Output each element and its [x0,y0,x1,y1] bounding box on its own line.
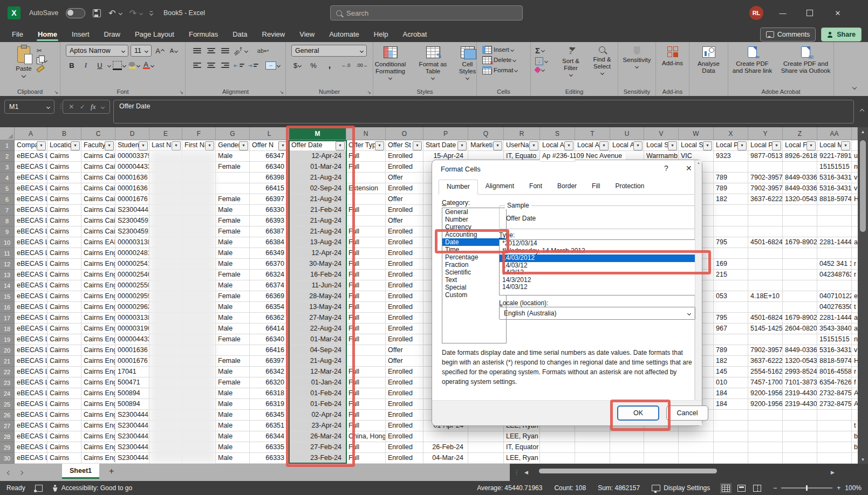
cell-C3[interactable]: Cairns Cai [81,162,115,173]
cell-Y11[interactable] [748,248,783,259]
cell-O11[interactable]: Enrolled [386,248,423,259]
cell-L8[interactable]: 66393 [250,216,289,226]
cell-U30[interactable] [610,453,644,464]
cell-Z3[interactable] [783,162,817,173]
tab-insert[interactable]: Insert [72,26,90,42]
horizontal-scrollbar[interactable] [532,464,826,481]
category-item-scientific[interactable]: Scientific [442,269,506,276]
cell-C19[interactable]: Cairns Eng [81,334,115,345]
header-cell-W[interactable]: Local S▼ [679,140,714,151]
font-color-button[interactable]: A [142,59,154,71]
category-item-fraction[interactable]: Fraction [442,261,506,269]
alignment-dialog-launcher[interactable]: ↘ [279,90,284,95]
cell-N23[interactable]: Full [346,377,386,388]
cell-B12[interactable]: Cairns [47,259,81,270]
cell-L2[interactable]: 66347 [250,151,289,162]
cell-AA11[interactable] [817,248,852,259]
zoom-slider[interactable] [781,487,832,489]
cell-A24[interactable]: eBECAS La [15,388,47,399]
cell-AA29[interactable] [817,442,852,453]
cell-L4[interactable]: 66398 [250,173,289,183]
accounting-format-button[interactable]: $ [291,59,303,71]
cell-A8[interactable]: eBECAS La [15,216,47,226]
cell-L21[interactable]: 66397 [250,356,289,367]
cell-L7[interactable]: 66330 [250,205,289,216]
column-header-X[interactable]: X [714,127,748,140]
cell-M25[interactable]: 01-Feb-24 [289,399,346,410]
cell-V30[interactable] [644,453,679,464]
cell-D27[interactable]: S23004441 [115,421,149,431]
save-button[interactable] [93,9,101,17]
cell-Y12[interactable] [748,259,783,270]
cell-D24[interactable]: 500894 [115,388,149,399]
cell-M8[interactable]: 21-Aug-24 [289,216,346,226]
column-header-A[interactable]: A [15,127,47,140]
cell-C4[interactable]: Cairns Cai [81,173,115,183]
category-item-custom[interactable]: Custom [442,291,506,299]
cell-Z8[interactable] [783,216,817,226]
column-header-U[interactable]: U [610,127,644,140]
cell-L12[interactable]: 66370 [250,259,289,270]
cell-Y16[interactable] [748,302,783,313]
cell-L18[interactable]: 66414 [250,324,289,334]
scroll-left-icon[interactable]: ◀ [524,470,528,475]
cell-N20[interactable] [346,345,386,356]
cell-Q30[interactable] [468,453,504,464]
cell-G8[interactable]: Female [216,216,250,226]
cell-N24[interactable]: Full [346,388,386,399]
cell-N10[interactable]: Full [346,237,386,248]
cell-B29[interactable]: Cairns [47,442,81,453]
add-sheet-button[interactable]: + [109,466,114,476]
cell-B20[interactable]: Cairns [47,345,81,356]
cell-N15[interactable]: Full [346,291,386,302]
cell-M19[interactable]: 01-Mar-24 [289,334,346,345]
cell-C7[interactable]: Cairns Cai [81,205,115,216]
cell-A20[interactable]: eBECAS La [15,345,47,356]
cell-S29[interactable] [540,442,575,453]
quick-access-toolbar-button[interactable] [150,11,153,15]
cell-AA7[interactable] [817,205,852,216]
cell-B23[interactable]: Cairns [47,377,81,388]
cell-P29[interactable]: 26-Feb-24 [423,442,468,453]
header-cell-M[interactable]: Offer Date▼ [289,140,346,151]
header-cell-T[interactable]: Local A▼ [575,140,610,151]
grow-font-button[interactable]: A [154,45,166,57]
column-header-F[interactable]: F [182,127,216,140]
column-header-AA[interactable]: AA [817,127,852,140]
cell-C17[interactable]: Cairns Eng [81,313,115,324]
cell-R30[interactable]: LEE, Ryan [504,453,540,464]
cell-Y26[interactable] [748,410,783,421]
cell-L3[interactable]: 66340 [250,162,289,173]
tab-automate[interactable]: Automate [329,26,359,42]
cell-G17[interactable]: Male [216,313,250,324]
cell-L6[interactable]: 66397 [250,194,289,205]
cell-D11[interactable]: 000002481 [115,248,149,259]
cell-O26[interactable]: Enrolled [386,410,423,421]
zoom-out-button[interactable]: − [773,484,777,492]
cell-U29[interactable] [610,442,644,453]
cell-T29[interactable] [575,442,610,453]
dialog-tab-number[interactable]: Number [439,180,478,195]
cell-C14[interactable]: Cairns Eng [81,280,115,291]
cell-M6[interactable]: 21-Aug-24 [289,194,346,205]
cell-N26[interactable]: Full [346,410,386,421]
type-item-3[interactable]: 14/03/12 [500,262,696,270]
cell-P28[interactable] [423,431,468,442]
cell-B6[interactable]: Cairns [47,194,81,205]
filter-button[interactable]: ▼ [105,141,114,150]
cell-D16[interactable]: 000002962 [115,302,149,313]
cell-M27[interactable]: 23-Apr-24 [289,421,346,431]
normal-view-button[interactable] [722,485,730,492]
cell-C18[interactable]: Cairns Eng [81,324,115,334]
column-header-Q[interactable]: Q [468,127,504,140]
cell-B25[interactable]: Cairns [47,399,81,410]
row-number[interactable]: 16 [0,302,15,313]
confirm-entry-button[interactable]: ✓ [80,103,85,111]
cell-B7[interactable]: Cairns [47,205,81,216]
zoom-slider-thumb[interactable] [806,485,808,491]
cell-D17[interactable]: 000003138 [115,313,149,324]
cell-Z25[interactable]: 2319-4430 [783,399,817,410]
cell-S30[interactable] [540,453,575,464]
format-as-table-button[interactable]: Format as Table [415,45,451,81]
cell-D22[interactable]: 17041 [115,367,149,377]
